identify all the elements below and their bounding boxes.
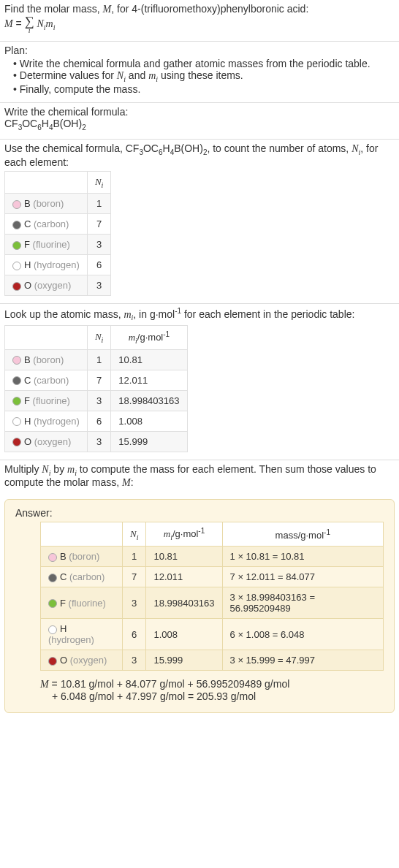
answer-title: Answer:	[15, 507, 384, 519]
element-swatch	[12, 262, 21, 270]
table-row: B (boron)110.811 × 10.81 = 10.81	[41, 547, 384, 567]
plan-item-3: Finally, compute the mass.	[13, 83, 395, 95]
table-row: C (carbon)712.0117 × 12.011 = 84.077	[41, 567, 384, 587]
table-row: B (boron)110.81	[5, 349, 188, 370]
table-row: H (hydrogen)61.008	[5, 411, 188, 431]
final-equation: M = 10.81 g/mol + 84.077 g/mol + 56.9952…	[40, 678, 384, 702]
eq-N: N	[37, 18, 43, 29]
table-row: O (oxygen)315.999	[5, 431, 188, 452]
table-row: B (boron)1	[5, 194, 111, 214]
plan-item-2: Determine values for Ni and mi using the…	[13, 69, 395, 83]
step3-section: Look up the atomic mass, mi, in g·mol-1 …	[0, 304, 399, 460]
element-swatch	[12, 241, 21, 250]
table-row: C (carbon)7	[5, 214, 111, 235]
step1-title: Write the chemical formula:	[4, 106, 395, 118]
element-swatch	[12, 200, 21, 209]
table-row: F (fluorine)3	[5, 235, 111, 255]
step2-text: Use the chemical formula, CF3OC6H4B(OH)2…	[4, 142, 395, 168]
intro-text-1: Find the molar mass,	[4, 3, 103, 15]
step4-section: Multiply Ni by mi to compute the mass fo…	[0, 460, 399, 497]
step2-section: Use the chemical formula, CF3OC6H4B(OH)2…	[0, 140, 399, 304]
eq-equals: =	[13, 18, 25, 29]
equation: M = ∑i Nimi	[4, 15, 395, 34]
intro-M: M	[103, 4, 112, 15]
table-row: F (fluorine)318.998403163	[5, 390, 188, 411]
chemical-formula: CF3OC6H4B(OH)2	[4, 118, 395, 132]
eq-m-sub: i	[53, 23, 56, 31]
table-row: C (carbon)712.011	[5, 370, 188, 390]
eq-M: M	[4, 18, 13, 29]
element-swatch	[12, 282, 21, 291]
table-row: O (oxygen)315.9993 × 15.999 = 47.997	[41, 650, 384, 671]
plan-section: Plan: Write the chemical formula and gat…	[0, 42, 399, 103]
step1-section: Write the chemical formula: CF3OC6H4B(OH…	[0, 103, 399, 140]
intro-text-2: , for 4-(trifluoromethoxy)phenylboronic …	[111, 3, 308, 15]
plan-item-1: Write the chemical formula and gather at…	[13, 58, 395, 69]
intro-line: Find the molar mass, M, for 4-(trifluoro…	[4, 3, 395, 15]
element-swatch	[12, 221, 21, 229]
atom-count-table: Ni B (boron)1 C (carbon)7 F (fluorine)3 …	[4, 171, 111, 297]
table-row: F (fluorine)318.9984031633 × 18.99840316…	[41, 587, 384, 619]
plan-title: Plan:	[4, 45, 395, 56]
plan-list: Write the chemical formula and gather at…	[4, 58, 395, 95]
table-row: H (hydrogen)6	[5, 255, 111, 275]
answer-table: Ni mi/g·mol-1 mass/g·mol-1 B (boron)110.…	[40, 522, 384, 671]
sum-icon: ∑i	[25, 15, 34, 34]
step3-text: Look up the atomic mass, mi, in g·mol-1 …	[4, 307, 395, 321]
eq-m: m	[46, 18, 53, 29]
answer-box: Answer: Ni mi/g·mol-1 mass/g·mol-1 B (bo…	[4, 499, 395, 713]
atomic-mass-table: Ni mi/g·mol-1 B (boron)110.81 C (carbon)…	[4, 325, 188, 452]
table-row: H (hydrogen)61.0086 × 1.008 = 6.048	[41, 619, 384, 650]
table-row: O (oxygen)3	[5, 275, 111, 296]
intro-section: Find the molar mass, M, for 4-(trifluoro…	[0, 0, 399, 42]
